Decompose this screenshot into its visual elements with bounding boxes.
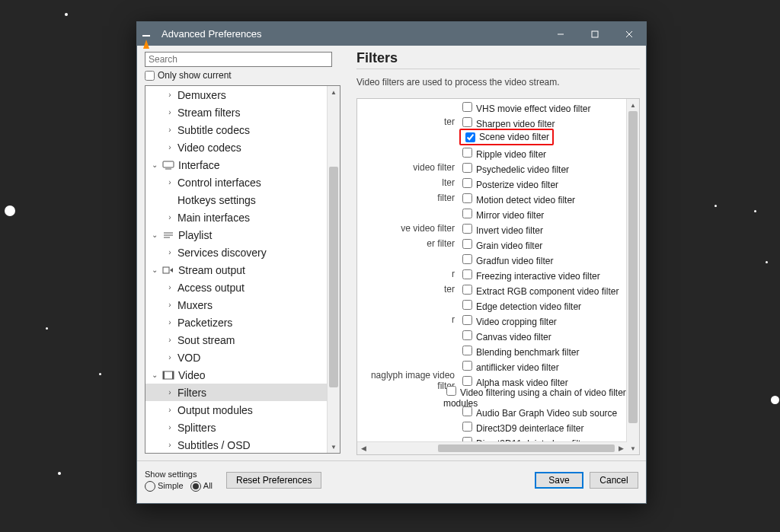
scroll-up-icon[interactable]: ▲ xyxy=(331,86,337,98)
tree-item[interactable]: ›VOD xyxy=(145,349,328,366)
tree-item[interactable]: ⌄Video xyxy=(145,366,328,384)
tree-item-label: Hotkeys settings xyxy=(177,194,256,206)
filter-option[interactable]: Mirror video filter xyxy=(459,206,544,221)
filter-option[interactable]: Direct3D9 deinterlace filter xyxy=(459,419,583,434)
filter-row: rFreezing interactive video filter xyxy=(357,266,627,282)
filter-option[interactable]: Extract RGB component video filter xyxy=(459,282,619,297)
radio-all[interactable] xyxy=(190,481,201,492)
tree-item[interactable]: ⌄Interface xyxy=(145,156,328,174)
filter-checkbox[interactable] xyxy=(462,346,472,355)
tree-item-label: Main interfaces xyxy=(177,212,250,224)
tree-item[interactable]: ›Services discovery xyxy=(145,244,328,261)
tree-item[interactable]: ›Sout stream xyxy=(145,331,328,349)
filter-option[interactable]: Motion detect video filter xyxy=(459,191,575,205)
scroll-up-icon[interactable]: ▲ xyxy=(630,99,636,111)
tree-item-label: Access output xyxy=(177,282,245,294)
tree-item[interactable]: ⌄Stream output xyxy=(145,261,328,279)
filter-row: rVideo cropping filter xyxy=(357,312,627,327)
filter-checkbox[interactable] xyxy=(462,163,472,173)
filter-checkbox[interactable] xyxy=(462,406,472,416)
filter-checkbox[interactable] xyxy=(446,386,456,396)
tree-item[interactable]: ›Access output xyxy=(145,279,328,296)
highlighted-filter[interactable]: Scene video filter xyxy=(459,129,554,145)
tree-item[interactable]: ⌄Playlist xyxy=(145,226,328,244)
filter-checkbox[interactable] xyxy=(462,117,472,127)
tree-item[interactable]: ›Muxers xyxy=(145,296,328,314)
tree-item[interactable]: ›Stream filters xyxy=(145,104,328,121)
filter-option[interactable]: antiflicker video filter xyxy=(459,358,559,373)
maximize-button[interactable] xyxy=(577,22,612,46)
filter-checkbox[interactable] xyxy=(462,224,472,234)
tree-item-label: Stream filters xyxy=(177,107,240,119)
filter-checkbox[interactable] xyxy=(462,178,472,188)
tree-item[interactable]: ›Main interfaces xyxy=(145,209,328,226)
radio-simple[interactable] xyxy=(145,481,155,492)
filter-label: Posterize video filter xyxy=(476,180,558,190)
tree-item-label: Video xyxy=(178,369,206,381)
filter-checkbox[interactable] xyxy=(462,285,472,295)
reset-preferences-button[interactable]: Reset Preferences xyxy=(226,472,321,489)
filter-checkbox[interactable] xyxy=(462,239,472,249)
svg-rect-9 xyxy=(163,267,169,273)
tree-scrollbar[interactable]: ▲ ▼ xyxy=(327,86,340,453)
scroll-right-icon[interactable]: ▶ xyxy=(615,444,627,452)
tree-scroll-thumb[interactable] xyxy=(329,167,338,387)
filter-checkbox[interactable] xyxy=(462,254,472,264)
filter-option[interactable]: Audio Bar Graph Video sub source xyxy=(459,404,617,419)
tree-item[interactable]: ›Packetizers xyxy=(145,314,328,331)
tree-item-label: VOD xyxy=(177,352,200,364)
filter-option[interactable]: Gradfun video filter xyxy=(459,252,553,266)
filter-option[interactable]: Edge detection video filter xyxy=(459,298,581,312)
filter-checkbox[interactable] xyxy=(462,269,472,279)
tree-item[interactable]: •Hotkeys settings xyxy=(145,191,328,209)
filter-checkbox[interactable] xyxy=(465,132,475,142)
tree-item[interactable]: ›Filters xyxy=(145,384,328,401)
filter-checkbox[interactable] xyxy=(462,102,472,112)
scroll-down-icon[interactable]: ▼ xyxy=(331,441,337,453)
filter-option[interactable]: Blending benchmark filter xyxy=(459,343,579,358)
cancel-button[interactable]: Cancel xyxy=(590,472,638,489)
panel-vscroll-thumb[interactable] xyxy=(628,111,638,423)
filter-option[interactable]: VHS movie effect video filter xyxy=(459,100,591,114)
only-show-current[interactable]: Only show current xyxy=(145,70,340,81)
filter-checkbox[interactable] xyxy=(462,315,472,325)
only-show-current-checkbox[interactable] xyxy=(145,71,155,81)
tree-item[interactable]: ›Splitters xyxy=(145,419,328,436)
tree-item[interactable]: ›Demuxers xyxy=(145,86,328,104)
panel-hscroll-thumb[interactable] xyxy=(438,444,615,452)
scroll-left-icon[interactable]: ◀ xyxy=(357,444,369,452)
search-input[interactable] xyxy=(145,52,332,67)
page-desc: Video filters are used to process the vi… xyxy=(356,77,640,88)
tree-item[interactable]: ›Control interfaces xyxy=(145,174,328,191)
filter-checkbox[interactable] xyxy=(462,422,472,432)
filter-option[interactable]: Grain video filter xyxy=(459,237,542,251)
panel-vscrollbar[interactable]: ▲ ▼ xyxy=(626,99,639,454)
filter-option[interactable]: Ripple video filter xyxy=(459,145,546,160)
save-button[interactable]: Save xyxy=(535,472,583,489)
filter-checkbox[interactable] xyxy=(462,148,472,158)
titlebar[interactable]: Advanced Preferences xyxy=(137,22,646,46)
minimize-button[interactable] xyxy=(543,22,577,46)
filter-checkbox[interactable] xyxy=(462,193,472,203)
filter-left-fragment: ter xyxy=(357,116,459,127)
close-button[interactable] xyxy=(612,22,646,46)
filter-left-fragment: er filter xyxy=(357,238,459,249)
filter-option[interactable]: Psychedelic video filter xyxy=(459,161,569,175)
filter-option[interactable]: Posterize video filter xyxy=(459,176,558,190)
filter-row: Gradfun video filter xyxy=(357,251,627,266)
tree-item[interactable]: ›Video codecs xyxy=(145,139,328,156)
filter-option[interactable]: Invert video filter xyxy=(459,221,543,236)
scroll-down-icon[interactable]: ▼ xyxy=(630,442,636,454)
filter-checkbox[interactable] xyxy=(462,300,472,310)
filter-option[interactable]: Sharpen video filter xyxy=(459,115,555,129)
tree-item[interactable]: ›Subtitle codecs xyxy=(145,121,328,139)
filter-option[interactable]: Canvas video filter xyxy=(459,328,551,342)
panel-hscrollbar[interactable]: ◀ ▶ xyxy=(357,441,627,454)
filter-option[interactable]: Video cropping filter xyxy=(459,313,557,327)
tree-item[interactable]: ›Output modules xyxy=(145,401,328,419)
filter-checkbox[interactable] xyxy=(462,330,472,340)
filter-checkbox[interactable] xyxy=(462,209,472,218)
filter-option[interactable]: Freezing interactive video filter xyxy=(459,267,600,282)
tree-item[interactable]: ›Subtitles / OSD xyxy=(145,436,328,453)
filter-checkbox[interactable] xyxy=(462,361,472,371)
